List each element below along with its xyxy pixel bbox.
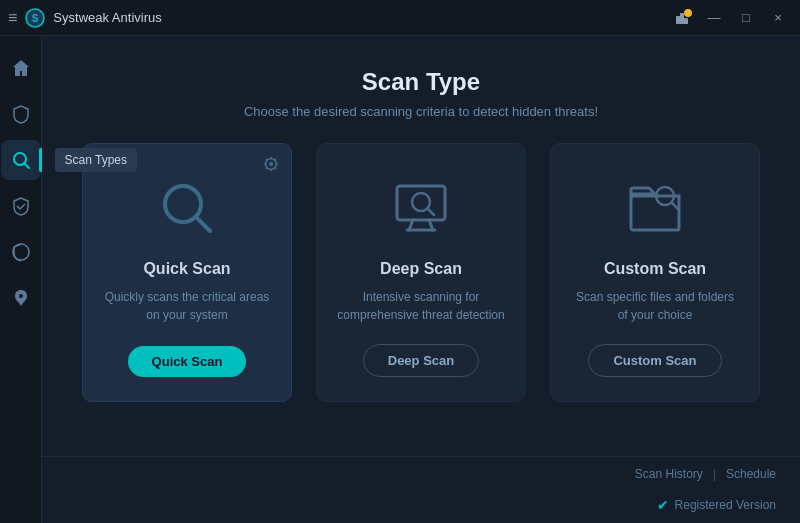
- content-area: Scan Type Choose the desired scanning cr…: [42, 36, 800, 523]
- svg-point-5: [14, 153, 26, 165]
- sidebar-item-home[interactable]: [1, 48, 41, 88]
- deep-scan-desc: Intensive scanning for comprehensive thr…: [337, 288, 505, 324]
- scan-history-link[interactable]: Scan History: [635, 467, 703, 481]
- quick-scan-title: Quick Scan: [143, 260, 230, 278]
- custom-scan-title: Custom Scan: [604, 260, 706, 278]
- footer-divider: |: [713, 467, 716, 481]
- svg-line-18: [672, 203, 678, 209]
- sidebar-item-scan[interactable]: Scan Types: [1, 140, 41, 180]
- svg-rect-11: [397, 186, 445, 220]
- svg-rect-4: [684, 18, 688, 24]
- deep-scan-card: Deep Scan Intensive scanning for compreh…: [316, 143, 526, 402]
- app-title: Systweak Antivirus: [53, 10, 161, 25]
- titlebar-right: — □ ×: [668, 7, 792, 29]
- quick-scan-desc: Quickly scans the critical areas on your…: [103, 288, 271, 326]
- notification-badge: [684, 9, 692, 17]
- quick-scan-button[interactable]: Quick Scan: [128, 346, 247, 377]
- deep-scan-button[interactable]: Deep Scan: [363, 344, 479, 377]
- sidebar-item-firewall[interactable]: [1, 232, 41, 272]
- titlebar: ≡ S Systweak Antivirus — □ ×: [0, 0, 800, 36]
- close-button[interactable]: ×: [764, 7, 792, 29]
- hamburger-icon[interactable]: ≡: [8, 9, 17, 27]
- custom-scan-icon: [619, 172, 691, 244]
- svg-line-10: [196, 217, 210, 231]
- registered-row: ✔ Registered Version: [42, 491, 800, 523]
- page-title: Scan Type: [42, 68, 800, 96]
- page-subtitle: Choose the desired scanning criteria to …: [42, 104, 800, 119]
- page-header: Scan Type Choose the desired scanning cr…: [42, 36, 800, 143]
- footer-links: Scan History | Schedule: [42, 456, 800, 491]
- main-layout: Scan Types Scan Type: [0, 36, 800, 523]
- maximize-button[interactable]: □: [732, 7, 760, 29]
- minimize-button[interactable]: —: [700, 7, 728, 29]
- app-logo: S: [25, 8, 45, 28]
- sidebar: Scan Types: [0, 36, 42, 523]
- check-circle-icon: ✔: [657, 497, 669, 513]
- schedule-link[interactable]: Schedule: [726, 467, 776, 481]
- titlebar-left: ≡ S Systweak Antivirus: [8, 8, 162, 28]
- deep-scan-icon: [385, 172, 457, 244]
- sidebar-item-protection[interactable]: [1, 94, 41, 134]
- svg-line-16: [428, 209, 434, 215]
- svg-point-8: [19, 294, 23, 298]
- settings-icon[interactable]: [263, 156, 279, 175]
- quick-scan-icon: [151, 172, 223, 244]
- scan-cards-container: Quick Scan Quickly scans the critical ar…: [42, 143, 800, 402]
- custom-scan-button[interactable]: Custom Scan: [588, 344, 721, 377]
- svg-text:S: S: [32, 13, 39, 24]
- quick-scan-card: Quick Scan Quickly scans the critical ar…: [82, 143, 292, 402]
- sidebar-item-safeweb[interactable]: [1, 186, 41, 226]
- custom-scan-card: Custom Scan Scan specific files and fold…: [550, 143, 760, 402]
- sidebar-item-optimizer[interactable]: [1, 278, 41, 318]
- notification-icon[interactable]: [668, 7, 696, 29]
- custom-scan-desc: Scan specific files and folders of your …: [571, 288, 739, 324]
- svg-rect-2: [676, 16, 680, 24]
- svg-line-6: [25, 164, 29, 168]
- deep-scan-title: Deep Scan: [380, 260, 462, 278]
- registered-text: Registered Version: [675, 498, 776, 512]
